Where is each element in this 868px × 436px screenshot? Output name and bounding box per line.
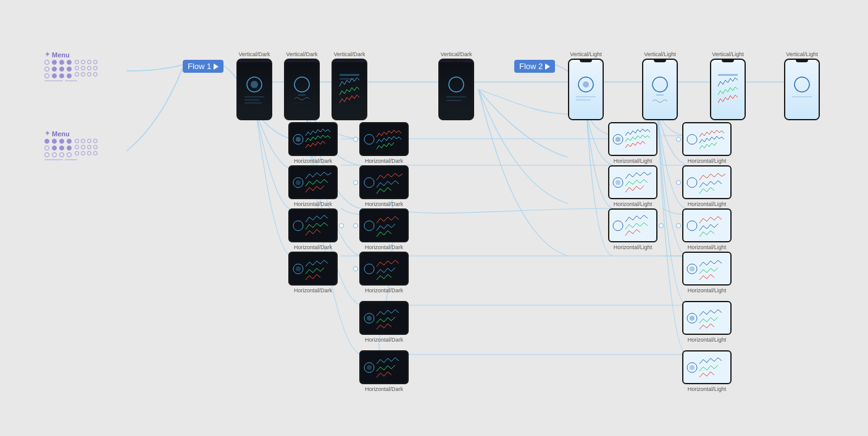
flow1-text: Flow 1 bbox=[188, 62, 211, 71]
phone-label-vl4: Vertical/Light bbox=[786, 51, 818, 57]
menu-dot bbox=[44, 60, 49, 65]
cluster-dot bbox=[81, 151, 85, 155]
phone-horizontal-light-6[interactable]: Horizontal/Light bbox=[682, 208, 732, 250]
phone-screen bbox=[643, 62, 677, 119]
phone-label-vd4: Vertical/Dark bbox=[440, 51, 472, 57]
phone-horizontal-dark-4[interactable]: Horizontal/Dark bbox=[359, 165, 409, 207]
menu-node-2: ✦ Menu bbox=[44, 130, 98, 160]
conn-dot-left bbox=[676, 180, 681, 185]
cluster-dot bbox=[81, 145, 85, 149]
svg-rect-30 bbox=[362, 168, 406, 197]
phone-label-hd6: Horizontal/Dark bbox=[365, 244, 403, 250]
phone-horizontal-light-3[interactable]: Horizontal/Light bbox=[608, 165, 657, 207]
cluster-dot bbox=[93, 151, 98, 155]
menu-dot bbox=[44, 67, 49, 72]
phone-vertical-dark-2[interactable]: Vertical/Dark bbox=[284, 51, 320, 120]
phone-horizontal-dark-5[interactable]: Horizontal/Dark bbox=[288, 208, 338, 250]
phone-label-hd9: Horizontal/Dark bbox=[365, 337, 403, 343]
phone-frame-hl4 bbox=[682, 165, 732, 199]
phone-horizontal-light-1[interactable]: Horizontal/Light bbox=[608, 122, 657, 164]
phone-horizontal-dark-10[interactable]: Horizontal/Dark bbox=[359, 350, 409, 392]
flow2-label[interactable]: Flow 2 bbox=[514, 60, 555, 73]
menu-dot bbox=[67, 67, 72, 72]
menu-dot bbox=[59, 60, 64, 65]
conn-dot-left bbox=[353, 223, 358, 228]
menu-dot bbox=[44, 152, 49, 157]
svg-point-63 bbox=[690, 266, 695, 271]
phone-vertical-dark-1[interactable]: Vertical/Dark bbox=[236, 51, 272, 120]
phone-label-hd7: Horizontal/Dark bbox=[294, 287, 332, 294]
menu-dot bbox=[59, 67, 64, 72]
menu1-title: ✦ Menu bbox=[44, 51, 70, 59]
phone-frame-hd9 bbox=[359, 301, 409, 335]
cluster-dot bbox=[93, 72, 98, 76]
menu-dot bbox=[52, 60, 57, 65]
menu-dot bbox=[44, 139, 49, 144]
phone-vertical-light-2[interactable]: Vertical/Light bbox=[642, 51, 678, 120]
phone-label-hl8: Horizontal/Light bbox=[688, 337, 727, 343]
phone-horizontal-light-7[interactable]: Horizontal/Light bbox=[682, 252, 732, 294]
phone-frame-hl9 bbox=[682, 350, 732, 384]
flow1-label[interactable]: Flow 1 bbox=[183, 60, 223, 73]
svg-rect-19 bbox=[718, 74, 738, 76]
phone-frame-hl5 bbox=[608, 208, 657, 242]
cluster-dot bbox=[87, 145, 91, 149]
phone-label-hl6: Horizontal/Light bbox=[688, 244, 727, 250]
menu-dot bbox=[52, 146, 57, 150]
menu-dot bbox=[67, 139, 72, 144]
phone-frame-vl2 bbox=[642, 59, 678, 120]
phone-frame-hl2 bbox=[682, 122, 732, 156]
phone-frame-vd3 bbox=[332, 59, 367, 120]
phone-frame-vl4 bbox=[784, 59, 820, 120]
phone-horizontal-dark-3[interactable]: Horizontal/Dark bbox=[288, 165, 338, 207]
phone-label-hl3: Horizontal/Light bbox=[614, 201, 653, 207]
svg-point-5 bbox=[294, 77, 309, 92]
cluster-dot bbox=[87, 151, 91, 155]
phone-screen bbox=[440, 62, 473, 119]
phone-horizontal-light-9[interactable]: Horizontal/Light bbox=[682, 350, 732, 392]
phone-frame-hd4 bbox=[359, 165, 409, 199]
menu-node-1: ✦ Menu bbox=[44, 51, 98, 81]
phone-frame-vd4 bbox=[438, 59, 474, 120]
phone-horizontal-light-4[interactable]: Horizontal/Light bbox=[682, 165, 732, 207]
phone-label-vd3: Vertical/Dark bbox=[333, 51, 365, 57]
phone-vertical-light-1[interactable]: Vertical/Light bbox=[568, 51, 604, 120]
svg-rect-32 bbox=[291, 211, 335, 241]
phone-horizontal-light-2[interactable]: Horizontal/Light bbox=[682, 122, 732, 164]
conn-dot-right bbox=[339, 223, 344, 228]
phone-vertical-dark-4[interactable]: Vertical/Dark bbox=[438, 51, 474, 120]
phone-frame-hd2 bbox=[359, 122, 409, 156]
phone-frame-vl1 bbox=[568, 59, 604, 120]
svg-rect-39 bbox=[362, 254, 406, 284]
menu-dot bbox=[67, 146, 72, 150]
conn-dot-right bbox=[659, 223, 664, 228]
cluster-dot bbox=[93, 66, 98, 70]
conn-dot-left bbox=[676, 137, 681, 142]
phone-horizontal-dark-7[interactable]: Horizontal/Dark bbox=[288, 252, 338, 294]
svg-point-24 bbox=[296, 137, 301, 142]
phone-vertical-dark-3[interactable]: Vertical/Dark bbox=[332, 51, 367, 120]
phone-horizontal-dark-6[interactable]: Horizontal/Dark bbox=[359, 208, 409, 250]
phone-screen bbox=[569, 62, 603, 119]
phone-horizontal-dark-1[interactable]: Horizontal/Dark bbox=[288, 122, 338, 164]
phone-horizontal-dark-2[interactable]: Horizontal/Dark bbox=[359, 122, 409, 164]
phone-frame-vl3 bbox=[710, 59, 746, 120]
phone-vertical-light-3[interactable]: Vertical/Light bbox=[710, 51, 746, 120]
svg-rect-59 bbox=[685, 211, 729, 241]
svg-rect-57 bbox=[611, 211, 655, 241]
phone-horizontal-dark-9[interactable]: Horizontal/Dark bbox=[359, 301, 409, 343]
menu-dot bbox=[52, 139, 57, 144]
phone-horizontal-light-5[interactable]: Horizontal/Light bbox=[608, 208, 657, 250]
menu-dot bbox=[52, 67, 57, 72]
cluster-dot bbox=[81, 72, 85, 76]
cluster-dot bbox=[81, 139, 85, 143]
phone-horizontal-light-8[interactable]: Horizontal/Light bbox=[682, 301, 732, 343]
svg-rect-8 bbox=[340, 74, 359, 76]
flow2-text: Flow 2 bbox=[519, 62, 543, 71]
cluster-dot bbox=[87, 139, 91, 143]
conn-dot-left bbox=[353, 137, 358, 142]
phone-horizontal-dark-8[interactable]: Horizontal/Dark bbox=[359, 252, 409, 294]
phone-vertical-light-4[interactable]: Vertical/Light bbox=[784, 51, 820, 120]
svg-point-38 bbox=[296, 266, 301, 271]
phone-label-hl9: Horizontal/Light bbox=[688, 386, 727, 392]
